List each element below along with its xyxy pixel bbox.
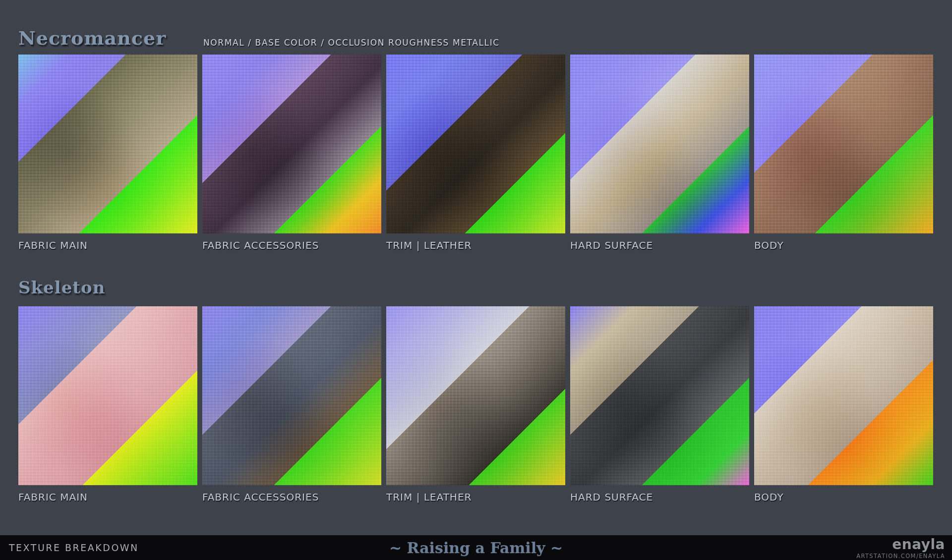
tile-row-necromancer: FABRIC MAIN FABRIC ACCESSORIES TRIM | LE… xyxy=(18,55,933,251)
section-title-necromancer: Necromancer xyxy=(18,27,166,49)
tile-col: HARD SURFACE xyxy=(570,306,749,503)
tile-col: FABRIC MAIN xyxy=(18,306,197,503)
tile-label: FABRIC ACCESSORIES xyxy=(202,239,381,251)
footer-bar: TEXTURE BREAKDOWN ~ Raising a Family ~ e… xyxy=(0,535,952,560)
tile-label: HARD SURFACE xyxy=(570,239,749,251)
texture-tile-body xyxy=(754,55,933,233)
tile-col: HARD SURFACE xyxy=(570,55,749,251)
tile-label: FABRIC MAIN xyxy=(18,239,197,251)
tile-col: TRIM | LEATHER xyxy=(386,55,565,251)
texture-tile-fabric-main xyxy=(18,306,197,485)
texture-tile-body xyxy=(754,306,933,485)
texture-tile-fabric-accessories xyxy=(202,55,381,233)
tile-label: FABRIC ACCESSORIES xyxy=(202,491,381,503)
texture-tile-hard-surface xyxy=(570,306,749,485)
texture-tile-trim-leather xyxy=(386,306,565,485)
tile-col: FABRIC ACCESSORIES xyxy=(202,306,381,503)
artist-logo: enayla xyxy=(892,537,945,552)
tile-col: FABRIC ACCESSORIES xyxy=(202,55,381,251)
tile-label: TRIM | LEATHER xyxy=(386,239,565,251)
texture-breakdown-sheet: Necromancer NORMAL / BASE COLOR / OCCLUS… xyxy=(0,0,952,560)
tile-col: BODY xyxy=(754,55,933,251)
tile-col: TRIM | LEATHER xyxy=(386,306,565,503)
tile-label: TRIM | LEATHER xyxy=(386,491,565,503)
tile-label: BODY xyxy=(754,239,933,251)
texture-tile-fabric-main xyxy=(18,55,197,233)
artist-url: ARTSTATION.COM/ENAYLA xyxy=(856,553,945,559)
texture-tile-hard-surface xyxy=(570,55,749,233)
artist-credit: enayla ARTSTATION.COM/ENAYLA xyxy=(856,536,945,560)
section-title-skeleton: Skeleton xyxy=(18,278,105,297)
texture-tile-trim-leather xyxy=(386,55,565,233)
tile-col: BODY xyxy=(754,306,933,503)
tile-label: FABRIC MAIN xyxy=(18,491,197,503)
tile-row-skeleton: FABRIC MAIN FABRIC ACCESSORIES TRIM | LE… xyxy=(18,306,933,503)
maps-legend: NORMAL / BASE COLOR / OCCLUSION ROUGHNES… xyxy=(203,38,500,48)
project-title: ~ Raising a Family ~ xyxy=(0,535,952,560)
tile-label: HARD SURFACE xyxy=(570,491,749,503)
tile-label: BODY xyxy=(754,491,933,503)
tile-col: FABRIC MAIN xyxy=(18,55,197,251)
texture-tile-fabric-accessories xyxy=(202,306,381,485)
